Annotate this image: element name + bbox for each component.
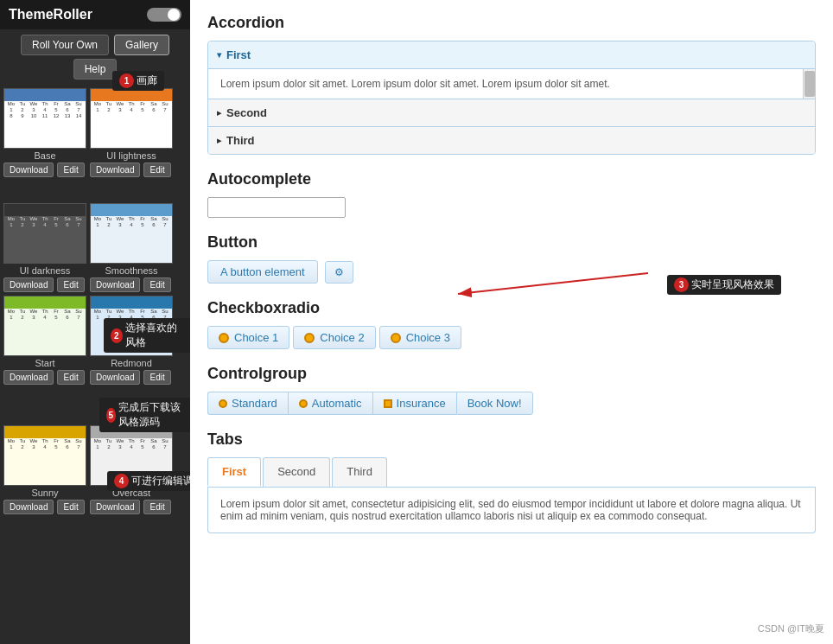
download-smoothness-button[interactable]: Download (90, 277, 140, 292)
ctrl-standard-label: Standard (232, 397, 277, 410)
autocomplete-section: Autocomplete (207, 170, 816, 218)
ctrl-dot-standard (219, 399, 227, 408)
radio-dot-2 (304, 333, 315, 343)
accordion-scrollbar[interactable] (803, 69, 815, 99)
choice-3-label: Choice 3 (406, 331, 450, 344)
checkboxradio-title: Checkboxradio (207, 299, 816, 317)
edit-uilightness-button[interactable]: Edit (143, 163, 170, 177)
annotation-2: 2选择喜欢的风格 (104, 318, 190, 353)
edit-sunny-button[interactable]: Edit (57, 500, 84, 514)
ctrl-automatic-label: Automatic (312, 397, 362, 410)
ctrl-sq-insurance (384, 399, 392, 408)
edit-uidarkness-button[interactable]: Edit (57, 277, 84, 292)
choice-3-button[interactable]: Choice 3 (379, 326, 461, 349)
autocomplete-input[interactable] (207, 197, 346, 218)
demo-icon-button[interactable]: ⚙ (325, 261, 353, 284)
choice-1-label: Choice 1 (234, 331, 278, 344)
theme-item-uidarkness[interactable]: MoTuWeThFrSaSu 1234567 UI darkness Downl… (3, 203, 86, 292)
accordion-item-second: ▸ Second (208, 99, 815, 127)
accordion: ▾ First Lorem ipsum dolor sit amet. Lore… (207, 41, 816, 155)
ctrl-automatic-button[interactable]: Automatic (288, 392, 372, 415)
edit-redmond-button[interactable]: Edit (143, 370, 170, 385)
roll-your-own-button[interactable]: Roll Your Own (21, 35, 109, 55)
accordion-item-first: ▾ First Lorem ipsum dolor sit amet. Lore… (208, 41, 815, 99)
accordion-arrow-first: ▾ (217, 50, 221, 60)
annotation-3: 3实时呈现风格效果 (667, 275, 781, 295)
edit-start-button[interactable]: Edit (57, 370, 84, 385)
demo-button[interactable]: A button element (207, 260, 318, 284)
theme-item-base[interactable]: MoTuWeThFrSaSu 1234567 891011121314 Base… (3, 88, 86, 177)
download-sunny-button[interactable]: Download (3, 500, 54, 514)
choice-2-button[interactable]: Choice 2 (293, 326, 375, 349)
autocomplete-title: Autocomplete (207, 170, 816, 188)
accordion-header-second[interactable]: ▸ Second (208, 99, 815, 126)
radio-group: Choice 1 Choice 2 Choice 3 (207, 326, 816, 349)
annotation-4: 4可进行编辑调整 (107, 471, 190, 491)
edit-smoothness-button[interactable]: Edit (143, 277, 170, 292)
accordion-arrow-third: ▸ (217, 136, 221, 145)
download-uidarkness-button[interactable]: Download (3, 277, 54, 292)
radio-dot-1 (219, 333, 229, 343)
help-button[interactable]: Help (73, 59, 118, 80)
download-uilightness-button[interactable]: Download (90, 163, 140, 177)
accordion-label-second: Second (226, 106, 267, 119)
ctrl-standard-button[interactable]: Standard (207, 392, 288, 415)
ctrl-insurance-button[interactable]: Insurance (372, 392, 456, 415)
theme-item-smoothness[interactable]: MoTuWeThFrSaSu 1234567 Smoothness Downlo… (90, 203, 173, 292)
scrollbar-thumb (804, 71, 815, 97)
theme-item-overcast[interactable]: MoTuWeThFrSaSu 1234567 Overcast Download… (90, 425, 173, 514)
theme-item-sunny[interactable]: MoTuWeThFrSaSu 1234567 Sunny Download Ed… (3, 425, 86, 514)
tab-second[interactable]: Second (263, 457, 330, 487)
accordion-label-first: First (226, 48, 251, 61)
edit-base-button[interactable]: Edit (57, 163, 84, 177)
annotation-1: 1画廊 (112, 71, 164, 91)
download-redmond-button[interactable]: Download (90, 370, 140, 385)
control-group: Standard Automatic Insurance Book Now! (207, 392, 816, 415)
controlgroup-title: Controlgroup (207, 365, 816, 383)
tab-first[interactable]: First (207, 457, 261, 487)
accordion-header-third[interactable]: ▸ Third (208, 127, 815, 154)
ctrl-dot-automatic (299, 399, 308, 408)
tabs-title: Tabs (207, 430, 816, 449)
download-overcast-button[interactable]: Download (90, 500, 140, 514)
download-base-button[interactable]: Download (3, 163, 54, 177)
accordion-title: Accordion (207, 14, 816, 32)
toggle-switch[interactable] (147, 8, 181, 22)
gallery-button[interactable]: Gallery (114, 35, 169, 55)
theme-item-start[interactable]: MoTuWeThFrSaSu 1234567 Start Download Ed… (3, 296, 86, 385)
ctrl-booknow-button[interactable]: Book Now! (456, 392, 533, 415)
accordion-body-first: Lorem ipsum dolor sit amet. Lorem ipsum … (208, 69, 815, 99)
checkboxradio-section: Checkboxradio Choice 1 Choice 2 Choice 3 (207, 299, 816, 349)
theme-gallery: MoTuWeThFrSaSu 1234567 891011121314 Base… (0, 85, 190, 521)
ctrl-insurance-label: Insurance (397, 397, 446, 410)
edit-overcast-button[interactable]: Edit (143, 500, 170, 514)
theme-item-uilightness[interactable]: MoTuWeThFrSaSu 1234567 UI lightness Down… (90, 88, 173, 177)
annotation-5: 5完成后下载该风格源码 (99, 398, 190, 432)
tab-content: Lorem ipsum dolor sit amet, consectetur … (207, 488, 816, 533)
tab-third[interactable]: Third (332, 457, 387, 487)
controlgroup-section: Controlgroup Standard Automatic Insuranc… (207, 365, 816, 415)
app-title: ThemeRoller (9, 7, 92, 22)
accordion-arrow-second: ▸ (217, 108, 221, 118)
button-title: Button (207, 233, 816, 252)
tab-bar: First Second Third (207, 457, 816, 488)
accordion-label-third: Third (226, 134, 255, 147)
ctrl-booknow-label: Book Now! (467, 397, 522, 410)
choice-1-button[interactable]: Choice 1 (207, 326, 289, 349)
accordion-header-first[interactable]: ▾ First (208, 41, 815, 69)
radio-dot-3 (391, 333, 401, 343)
download-start-button[interactable]: Download (3, 370, 54, 385)
choice-2-label: Choice 2 (320, 331, 364, 344)
watermark: CSDN @IT晚夏 (758, 622, 824, 635)
accordion-item-third: ▸ Third (208, 127, 815, 154)
tabs-section: Tabs First Second Third Lorem ipsum dolo… (207, 430, 816, 533)
sidebar-header: ThemeRoller (0, 0, 190, 29)
